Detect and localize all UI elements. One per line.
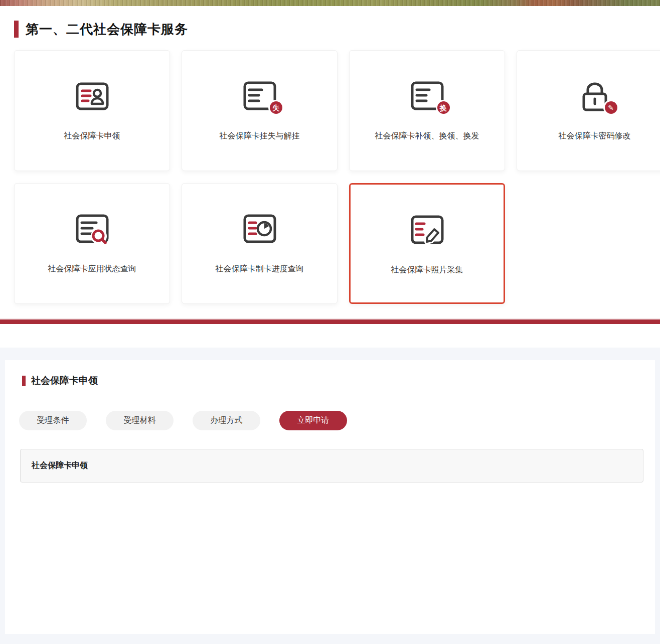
card-edit-icon (408, 215, 446, 247)
lock-icon: ✎ (576, 81, 614, 113)
card-label: 社会保障卡制卡进度查询 (216, 264, 304, 274)
services-grid: 社会保障卡申领 失 社会保障卡挂失与解挂 换 社会保障卡补领、换领、换发 (14, 50, 660, 304)
card-label: 社会保障卡挂失与解挂 (220, 131, 300, 141)
tab-apply-now[interactable]: 立即申请 (279, 411, 347, 430)
detail-panel: 社会保障卡申领 受理条件 受理材料 办理方式 立即申请 社会保障卡申领 (5, 360, 655, 634)
detail-section: 社会保障卡申领 受理条件 受理材料 办理方式 立即申请 社会保障卡申领 (0, 348, 660, 644)
card-label: 社会保障卡应用状态查询 (48, 264, 136, 274)
card-label: 社会保障卡补领、换领、换发 (375, 131, 479, 141)
section-header: 第一、二代社会保障卡服务 (14, 20, 660, 38)
red-divider-bar (0, 319, 660, 324)
card-search-icon (73, 214, 111, 246)
id-card-person-icon (73, 81, 111, 113)
tab-bar: 受理条件 受理材料 办理方式 立即申请 (19, 411, 655, 430)
card-label: 社会保障卡密码修改 (559, 131, 631, 141)
card-ssc-progress-query[interactable]: 社会保障卡制卡进度查询 (182, 183, 338, 304)
section-title: 第一、二代社会保障卡服务 (26, 21, 188, 38)
card-progress-icon (241, 214, 279, 246)
card-lines-icon: 换 (408, 81, 446, 113)
pencil-badge-icon: ✎ (603, 100, 619, 115)
tab-accept-materials[interactable]: 受理材料 (106, 411, 174, 430)
panel-header: 社会保障卡申领 (5, 360, 655, 387)
loss-badge: 失 (268, 100, 284, 115)
tab-accept-conditions[interactable]: 受理条件 (19, 411, 87, 430)
replace-badge: 换 (436, 100, 451, 115)
card-ssc-replace[interactable]: 换 社会保障卡补领、换领、换发 (349, 50, 505, 171)
card-label: 社会保障卡照片采集 (391, 265, 463, 275)
card-ssc-photo-collect[interactable]: 社会保障卡照片采集 (349, 183, 505, 304)
tab-handling-method[interactable]: 办理方式 (193, 411, 260, 430)
content-title: 社会保障卡申领 (32, 460, 88, 471)
card-ssc-password[interactable]: ✎ 社会保障卡密码修改 (517, 50, 660, 171)
photo-banner-strip (0, 0, 660, 6)
card-ssc-status-query[interactable]: 社会保障卡应用状态查询 (14, 183, 170, 304)
card-ssc-apply[interactable]: 社会保障卡申领 (14, 50, 170, 171)
card-ssc-loss-report[interactable]: 失 社会保障卡挂失与解挂 (182, 50, 338, 171)
content-header-box: 社会保障卡申领 (20, 449, 643, 482)
panel-title: 社会保障卡申领 (31, 374, 98, 387)
panel-divider (5, 399, 655, 399)
card-label: 社会保障卡申领 (64, 131, 120, 141)
card-lines-icon: 失 (241, 81, 279, 113)
section-accent-bar (14, 21, 19, 38)
panel-accent-bar (22, 376, 26, 386)
